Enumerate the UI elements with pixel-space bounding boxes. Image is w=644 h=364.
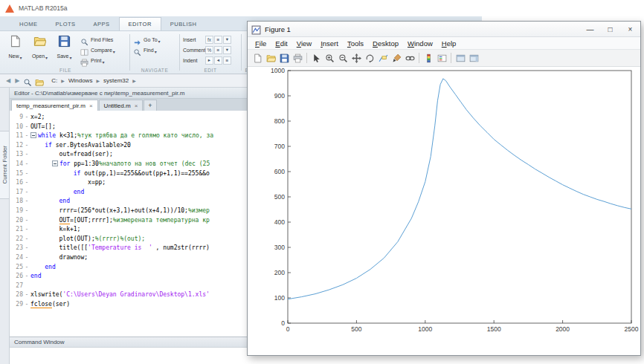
dropdown-caret-icon	[45, 49, 48, 62]
navigate-buttons: Go ToFind	[133, 33, 178, 55]
button-compare[interactable]: Compare	[80, 45, 115, 55]
show-plot-tools-icon[interactable]	[467, 51, 480, 65]
pan-icon[interactable]	[350, 51, 363, 65]
ribbon-group-file: New Open Save Find FilesComparePrint FIL…	[3, 31, 128, 74]
ribbon-tab-home[interactable]: HOME	[10, 18, 47, 30]
ribbon-separator	[179, 34, 180, 71]
editor-tab-untitled-m[interactable]: Untitled.m×	[99, 100, 144, 111]
print-figure-icon[interactable]	[291, 51, 304, 65]
browse-folder-icon[interactable]	[35, 77, 44, 85]
insert-legend-icon[interactable]	[435, 51, 448, 65]
svg-text:900: 900	[274, 92, 285, 100]
current-folder-tab[interactable]: Current Folder	[0, 131, 10, 199]
svg-text:300: 300	[274, 244, 285, 251]
line-number: 22-	[10, 235, 30, 244]
save-figure-icon[interactable]	[277, 51, 291, 65]
figure-titlebar[interactable]: Figure 1 — □ ×	[248, 22, 640, 37]
plot-svg[interactable]: 0100200300400500600700800900100005001000…	[248, 67, 642, 357]
line-number: 16-	[10, 178, 30, 188]
zoom-out-icon[interactable]	[336, 51, 350, 65]
window-controls: — □ ×	[580, 22, 640, 36]
ribbon-separator	[241, 34, 242, 71]
data-cursor-icon[interactable]	[376, 51, 390, 65]
breadcrumb-path: C:▶Windows▶system32▶	[50, 77, 138, 85]
menu-help[interactable]: Help	[437, 38, 461, 49]
menu-tools[interactable]: Tools	[343, 38, 368, 49]
indent-option-icon[interactable]: ≡	[223, 56, 231, 65]
search-folder-icon[interactable]	[23, 77, 32, 85]
editor-tab-temp-measurement-pir-m[interactable]: temp_measurement_pir.m×	[11, 100, 98, 111]
insert-option-icon[interactable]: fx	[205, 36, 213, 44]
close-tab-icon[interactable]: ×	[135, 103, 138, 109]
insert-option-icon[interactable]: ≡	[214, 36, 222, 44]
code-fold-icon[interactable]	[52, 160, 58, 166]
ribbon-group-label: NAVIGATE	[132, 68, 178, 73]
svg-text:600: 600	[274, 168, 285, 175]
insert-option-icon[interactable]: ▾	[223, 36, 231, 44]
line-number: 17-	[10, 188, 30, 198]
ribbon-group-label: EDIT	[181, 68, 239, 73]
zoom-in-icon[interactable]	[323, 51, 336, 65]
code-fold-icon[interactable]	[30, 132, 36, 138]
open-file-icon[interactable]	[264, 51, 277, 65]
line-number: 12-	[10, 141, 30, 151]
new-figure-icon[interactable]	[251, 51, 264, 65]
maximize-button[interactable]: □	[600, 22, 620, 36]
menu-window[interactable]: Window	[403, 38, 437, 49]
ribbon-tab-publish[interactable]: PUBLISH	[161, 18, 206, 30]
line-number: 11-	[10, 131, 30, 141]
edit-plot-icon[interactable]	[309, 51, 323, 65]
insert-colorbar-icon[interactable]	[422, 51, 435, 65]
back-icon[interactable]: ◀	[6, 77, 10, 84]
link-plots-icon[interactable]	[403, 51, 416, 65]
svg-text:1000: 1000	[418, 325, 432, 333]
minimize-button[interactable]: —	[580, 22, 600, 36]
svg-text:1000: 1000	[271, 67, 285, 74]
brush-icon[interactable]	[390, 51, 403, 65]
menu-desktop[interactable]: Desktop	[368, 38, 403, 49]
toolbar-separator	[419, 53, 419, 63]
svg-text:800: 800	[274, 117, 285, 125]
plot-area[interactable]: 0100200300400500600700800900100005001000…	[248, 67, 640, 355]
breadcrumb-segment[interactable]: system32	[102, 77, 130, 85]
button-print[interactable]: Print	[80, 55, 115, 65]
comment-option-icon[interactable]: ▾	[223, 46, 231, 54]
indent-option-icon[interactable]: ◂	[214, 56, 222, 65]
menu-file[interactable]: File	[251, 38, 271, 49]
ribbon-tab-apps[interactable]: APPS	[85, 18, 119, 30]
matlab-titlebar[interactable]: MATLAB R2015a	[0, 0, 482, 16]
dropdown-caret-icon	[68, 49, 71, 62]
button-comment[interactable]: Comment%≡▾	[183, 45, 239, 55]
command-window-label: Command Window	[14, 339, 65, 345]
menu-view[interactable]: View	[292, 38, 316, 49]
breadcrumb-segment[interactable]: C:	[50, 77, 59, 85]
close-button[interactable]: ×	[620, 22, 640, 36]
button-indent[interactable]: Indent▸◂≡	[183, 55, 239, 65]
svg-text:500: 500	[351, 325, 361, 333]
breadcrumb-segment[interactable]: Windows	[67, 77, 94, 85]
forward-icon[interactable]: ▶	[15, 77, 19, 84]
menu-insert[interactable]: Insert	[316, 38, 343, 49]
line-number: 26-	[10, 272, 30, 282]
comment-option-icon[interactable]: %	[205, 46, 213, 54]
toolbar-separator	[306, 53, 307, 63]
ribbon-tab-editor[interactable]: EDITOR	[119, 17, 161, 30]
button-find-files[interactable]: Find Files	[80, 34, 115, 45]
toolbar-separator	[451, 53, 451, 63]
button-find[interactable]: Find	[133, 45, 178, 55]
svg-text:500: 500	[274, 193, 285, 201]
close-tab-icon[interactable]: ×	[89, 103, 93, 109]
figure-toolbar	[248, 50, 640, 67]
indent-option-icon[interactable]: ▸	[205, 56, 213, 65]
hide-plot-tools-icon[interactable]	[454, 51, 467, 65]
new-tab-button[interactable]: +	[144, 100, 156, 111]
comment-option-icon[interactable]: ≡	[214, 46, 222, 54]
ribbon-tab-plots[interactable]: PLOTS	[47, 18, 85, 30]
line-number: 14-	[10, 160, 30, 169]
button-insert[interactable]: Insertfx≡▾	[183, 34, 239, 45]
line-number: 28-	[10, 290, 30, 300]
line-number: 13-	[10, 150, 30, 160]
menu-edit[interactable]: Edit	[271, 38, 292, 49]
edit-rows: Insertfx≡▾Comment%≡▾Indent▸◂≡	[183, 33, 239, 65]
rotate-3d-icon[interactable]	[363, 51, 376, 65]
